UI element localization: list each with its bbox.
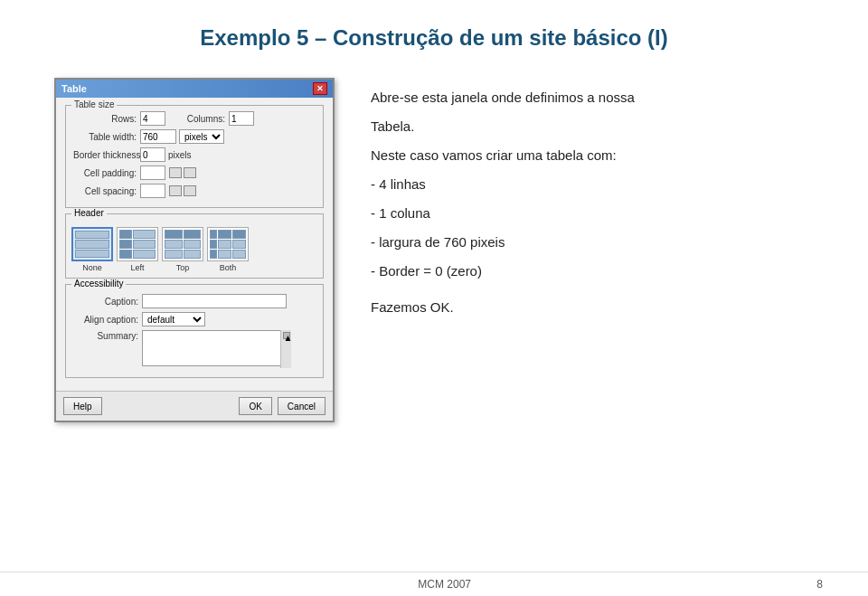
border-input[interactable] [140, 147, 165, 162]
table-width-row: Table width: pixels % [73, 129, 316, 144]
cell-padding-label: Cell padding: [73, 168, 137, 178]
accessibility-title: Accessibility [71, 279, 126, 289]
caption-label: Caption: [71, 297, 138, 307]
layout-none-icon[interactable] [71, 227, 113, 261]
spacing-icon-2[interactable] [184, 185, 196, 196]
text-line-3: Neste caso vamos criar uma tabela com: [371, 145, 832, 166]
summary-scrollbar: ▲ [280, 330, 291, 368]
table-dialog: Table ✕ Table size Rows: Columns: Table … [54, 78, 335, 422]
rows-input[interactable] [140, 111, 165, 126]
layout-left-container: Left [117, 227, 158, 272]
header-section: Header None [65, 213, 324, 279]
header-section-title: Header [71, 208, 107, 218]
text-panel: Abre-se esta janela onde definimos a nos… [371, 78, 832, 326]
footer-page-number: 8 [816, 578, 823, 591]
layout-none-label: None [82, 263, 102, 272]
summary-label: Summary: [71, 331, 138, 341]
cell-spacing-input[interactable] [140, 184, 165, 198]
columns-input[interactable] [229, 111, 254, 126]
layout-icons-row: None [71, 227, 317, 272]
text-line-6: - largura de 760 pixeis [371, 232, 832, 253]
accessibility-section: Accessibility Caption: Align caption: de… [65, 284, 324, 378]
layout-both-icon[interactable] [207, 227, 249, 261]
caption-row: Caption: [71, 294, 317, 308]
content-area: Table ✕ Table size Rows: Columns: Table … [0, 69, 868, 572]
align-caption-label: Align caption: [71, 315, 138, 325]
table-width-input[interactable] [140, 129, 176, 144]
text-line-2: Tabela. [371, 116, 832, 137]
layout-left-label: Left [130, 263, 144, 272]
text-line-8: Fazemos OK. [371, 297, 832, 318]
text-line-7: - Border = 0 (zero) [371, 260, 832, 282]
layout-top-container: Top [162, 227, 203, 272]
rows-label: Rows: [73, 114, 137, 124]
align-caption-select[interactable]: default top bottom [142, 312, 205, 326]
layout-top-label: Top [176, 263, 190, 272]
cell-spacing-label: Cell spacing: [73, 186, 137, 196]
rows-columns-row: Rows: Columns: [73, 111, 316, 126]
dialog-title: Table [61, 83, 87, 94]
scrollbar-up-arrow[interactable]: ▲ [283, 332, 290, 339]
page-title: Exemplo 5 – Construção de um site básico… [0, 0, 868, 69]
columns-label: Columns: [173, 114, 225, 124]
padding-icon-1[interactable] [169, 167, 182, 178]
layout-left-icon[interactable] [117, 227, 158, 261]
text-line-5: - 1 coluna [371, 203, 832, 224]
text-line-1: Abre-se esta janela onde definimos a nos… [371, 87, 832, 109]
cell-padding-row: Cell padding: [73, 166, 316, 180]
dialog-titlebar: Table ✕ [56, 80, 333, 98]
align-caption-row: Align caption: default top bottom [71, 312, 317, 326]
summary-row: Summary: ▲ [71, 330, 317, 368]
help-button[interactable]: Help [63, 397, 102, 415]
summary-textarea[interactable] [142, 330, 291, 366]
text-line-4: - 4 linhas [371, 174, 832, 195]
dialog-close-button[interactable]: ✕ [313, 82, 327, 95]
table-size-group: Table size Rows: Columns: Table width: p… [65, 105, 324, 208]
dialog-buttons: Help OK Cancel [56, 391, 333, 421]
border-unit-label: pixels [168, 150, 192, 160]
cancel-button[interactable]: Cancel [278, 397, 326, 415]
border-label: Border thickness: [73, 150, 137, 160]
ok-button[interactable]: OK [239, 397, 271, 415]
table-size-label: Table size [71, 99, 117, 109]
table-width-label: Table width: [73, 132, 137, 142]
spacing-icon-1[interactable] [169, 185, 182, 196]
border-thickness-row: Border thickness: pixels [73, 147, 316, 162]
layout-none-container: None [71, 227, 113, 272]
cell-spacing-row: Cell spacing: [73, 184, 316, 198]
layout-both-container: Both [207, 227, 249, 272]
padding-icon-2[interactable] [184, 167, 196, 178]
footer-center: MCM 2007 [418, 578, 471, 591]
cell-padding-input[interactable] [140, 166, 165, 180]
layout-top-icon[interactable] [162, 227, 203, 261]
dialog-body: Table size Rows: Columns: Table width: p… [56, 98, 333, 391]
layout-both-label: Both [220, 263, 237, 272]
caption-input[interactable] [142, 294, 287, 308]
table-width-unit-select[interactable]: pixels % [179, 129, 224, 144]
page-footer: MCM 2007 8 [0, 572, 868, 596]
